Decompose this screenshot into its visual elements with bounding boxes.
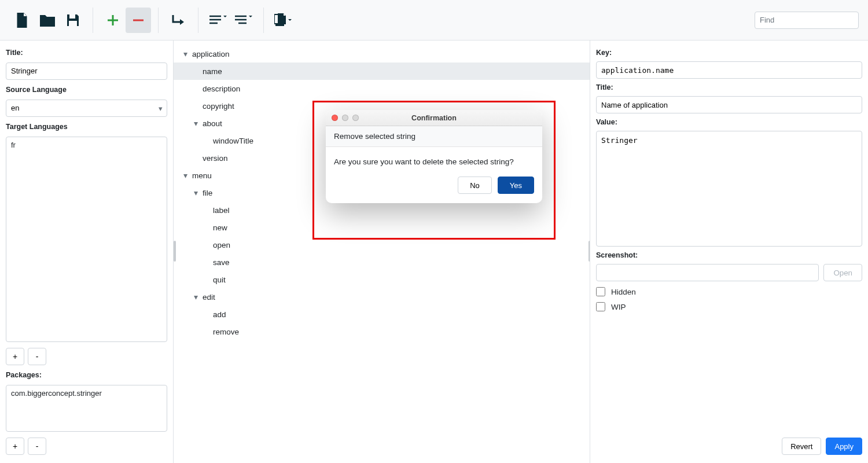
title-input[interactable] [6, 63, 167, 80]
confirmation-dialog: Confirmation Remove selected string Are … [326, 110, 542, 203]
svg-rect-0 [69, 14, 75, 19]
align-left-dropdown[interactable] [205, 8, 231, 33]
panel-resize-handle[interactable] [174, 241, 176, 262]
indent-icon [171, 14, 186, 27]
tree-toggle-icon[interactable]: ▾ [191, 188, 200, 197]
target-language-item[interactable]: fr [11, 141, 162, 149]
tree-item-name[interactable]: name [174, 63, 590, 80]
dialog-no-button[interactable]: No [458, 177, 492, 194]
tree-item-label: remove [213, 328, 239, 336]
key-label: Key: [596, 49, 862, 57]
tree-item-label: edit [203, 293, 215, 302]
key-input[interactable] [596, 61, 862, 79]
remove-target-language-button[interactable]: - [28, 348, 46, 365]
source-language-select[interactable] [6, 100, 167, 117]
tree-toggle-icon[interactable]: ▾ [191, 119, 200, 128]
folder-icon [40, 14, 55, 27]
toolbar-separator [158, 8, 159, 33]
hidden-checkbox-label: Hidden [611, 288, 636, 296]
tree-item-label: copyright [203, 102, 234, 111]
tree-item-label: new [213, 223, 227, 232]
wip-checkbox[interactable] [596, 302, 605, 311]
wip-checkbox-label: WIP [611, 303, 626, 311]
tree-item-new[interactable]: new [174, 219, 590, 236]
source-language-label: Source Language [6, 86, 167, 94]
add-string-button[interactable] [100, 8, 126, 33]
tree-toggle-icon[interactable]: ▾ [181, 49, 190, 58]
minus-icon [132, 14, 145, 27]
tree-item-quit[interactable]: quit [174, 271, 590, 288]
tree-item-open[interactable]: open [174, 236, 590, 253]
detail-title-label: Title: [596, 83, 862, 91]
open-screenshot-button[interactable]: Open [823, 264, 862, 281]
dialog-title: Confirmation [326, 114, 542, 122]
target-languages-label: Target Languages [6, 123, 167, 131]
right-panel: Key: Title: Value: Stringer Screenshot: … [590, 41, 868, 463]
copy-dropdown[interactable] [271, 8, 296, 33]
save-button[interactable] [60, 8, 86, 33]
wip-checkbox-row[interactable]: WIP [596, 302, 862, 311]
plus-icon [106, 14, 119, 27]
file-icon [15, 13, 29, 28]
toolbar-separator [263, 8, 264, 33]
title-label: Title: [6, 49, 167, 57]
find-input[interactable] [755, 12, 859, 29]
tree-item-save[interactable]: save [174, 253, 590, 271]
package-item[interactable]: com.biggerconcept.stringer [11, 389, 162, 398]
add-package-button[interactable]: + [6, 438, 24, 455]
tree-item-label: open [213, 241, 230, 249]
tree-toggle-icon[interactable]: ▾ [191, 292, 200, 302]
tree-item-edit[interactable]: ▾edit [174, 288, 590, 306]
hidden-checkbox-row[interactable]: Hidden [596, 287, 862, 296]
svg-rect-1 [69, 21, 77, 26]
tree-item-label: label [213, 206, 230, 215]
value-label: Value: [596, 118, 862, 126]
tree-toggle-icon[interactable]: ▾ [181, 171, 190, 180]
value-textarea[interactable]: Stringer [596, 131, 862, 247]
tree-item-label: save [213, 258, 230, 267]
toolbar-separator [93, 8, 93, 33]
tree-panel: ▾applicationnamedescriptioncopyright▾abo… [174, 41, 590, 463]
add-target-language-button[interactable]: + [6, 348, 24, 365]
tree-item-description[interactable]: description [174, 80, 590, 97]
tree-item-label: application [192, 50, 230, 58]
packages-label: Packages: [6, 371, 167, 379]
indent-button[interactable] [165, 8, 191, 33]
remove-package-button[interactable]: - [28, 438, 46, 455]
align-right-icon [235, 14, 252, 26]
tree-item-remove[interactable]: remove [174, 323, 590, 340]
tree-item-label[interactable]: label [174, 201, 590, 219]
dialog-yes-button[interactable]: Yes [498, 177, 534, 194]
dialog-subtitle: Remove selected string [326, 126, 542, 147]
tree-item-label: description [203, 84, 240, 93]
align-right-dropdown[interactable] [231, 8, 256, 33]
tree-item-label: name [203, 67, 222, 76]
tree-item-label: version [203, 154, 228, 163]
new-file-button[interactable] [9, 8, 35, 33]
revert-button[interactable]: Revert [782, 438, 821, 455]
left-panel: Title: Source Language ▾ Target Language… [0, 41, 174, 463]
dialog-titlebar[interactable]: Confirmation [326, 110, 542, 126]
save-icon [66, 13, 80, 27]
tree-item-label: menu [192, 171, 212, 180]
target-languages-list[interactable]: fr [6, 137, 167, 343]
remove-string-button[interactable] [126, 8, 151, 33]
copy-icon [274, 13, 293, 27]
tree-item-add[interactable]: add [174, 306, 590, 323]
tree-item-label: add [213, 310, 226, 319]
tree-item-application[interactable]: ▾application [174, 45, 590, 63]
packages-list[interactable]: com.biggerconcept.stringer [6, 385, 167, 432]
dialog-body: Are you sure you want to delete the sele… [326, 147, 542, 174]
tree-item-label: file [203, 189, 212, 197]
align-left-icon [209, 14, 227, 26]
tree-item-label: about [203, 119, 222, 128]
screenshot-input[interactable] [596, 264, 819, 281]
open-folder-button[interactable] [35, 8, 60, 33]
hidden-checkbox[interactable] [596, 287, 605, 296]
tree-item-label: windowTitle [213, 137, 253, 145]
detail-title-input[interactable] [596, 96, 862, 113]
toolbar-separator [198, 8, 198, 33]
apply-button[interactable]: Apply [826, 438, 862, 455]
toolbar [0, 0, 868, 41]
screenshot-label: Screenshot: [596, 251, 862, 259]
